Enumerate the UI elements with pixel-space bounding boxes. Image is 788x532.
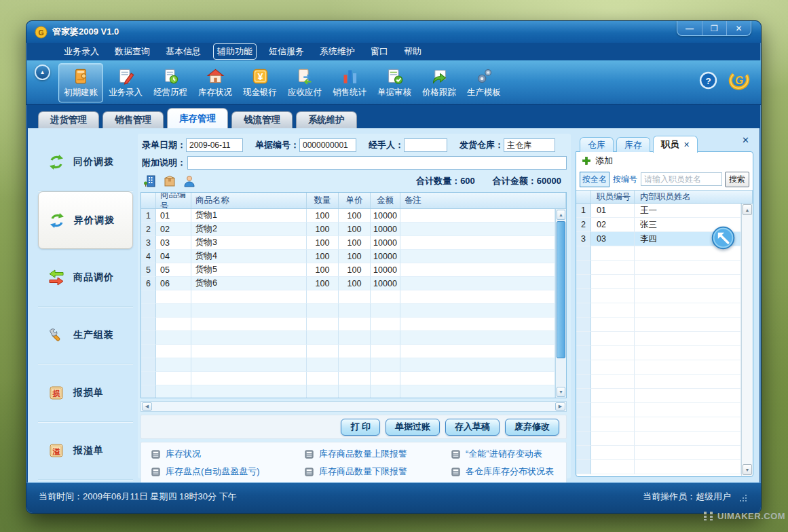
sidebar-item[interactable]: 损报损单 (38, 364, 133, 422)
table-row[interactable]: 505货物510010010000 (141, 263, 555, 277)
carton-icon[interactable] (163, 174, 176, 188)
date-input[interactable] (186, 138, 243, 152)
menu-item[interactable]: 业务录入 (60, 44, 102, 59)
table-row[interactable] (141, 331, 555, 345)
staff-row[interactable] (576, 346, 741, 360)
close-button[interactable]: ✕ (726, 21, 751, 35)
scroll-up-button[interactable]: ▲ (557, 210, 565, 220)
staff-row[interactable] (576, 261, 741, 275)
staff-row[interactable] (576, 318, 741, 332)
sidebar-item[interactable]: 生产组装 (38, 307, 133, 364)
staff-row[interactable] (576, 446, 741, 460)
print-button[interactable]: 打 印 (341, 419, 380, 436)
discard-changes-button[interactable]: 废弃修改 (505, 419, 559, 436)
staff-row[interactable]: 101王一 (576, 204, 741, 218)
add-row[interactable]: 添加 (576, 152, 753, 170)
module-tab[interactable]: 进货管理 (38, 111, 99, 128)
handler-input[interactable] (404, 138, 447, 152)
table-row[interactable] (141, 345, 555, 358)
scroll-down-button[interactable]: ▼ (557, 387, 565, 397)
menu-item[interactable]: 窗口 (367, 44, 392, 59)
sidebar-item[interactable]: 同价调拨 (38, 134, 133, 191)
person-icon[interactable] (183, 174, 196, 188)
toolbar-item[interactable]: 销售统计 (327, 63, 372, 102)
table-row[interactable]: 606货物610010010000 (141, 277, 555, 290)
help-icon[interactable]: ? (699, 71, 717, 90)
staff-vertical-scrollbar[interactable]: ▲ ▼ (741, 204, 753, 476)
report-link[interactable]: 库存商品数量下限报警 (304, 466, 451, 478)
toolbar-item[interactable]: ¥现金银行 (238, 63, 282, 102)
toolbar-item[interactable]: 价格跟踪 (417, 63, 462, 102)
scroll-right-button[interactable]: ▶ (555, 402, 565, 411)
scroll-down-button[interactable]: ▼ (743, 464, 752, 475)
search-button[interactable]: 搜索 (725, 172, 749, 187)
minimize-button[interactable]: — (677, 21, 702, 35)
staff-row[interactable] (576, 432, 741, 446)
toolbar-item[interactable]: 生产模板 (462, 63, 506, 102)
staff-row[interactable] (576, 275, 741, 289)
sidebar-item[interactable]: 异价调拨 (38, 191, 133, 249)
table-row[interactable] (141, 358, 555, 372)
staff-search-input[interactable] (641, 172, 722, 186)
menu-item[interactable]: 系统维护 (316, 44, 358, 59)
table-row[interactable] (141, 318, 555, 331)
staff-row[interactable] (576, 417, 741, 432)
report-link[interactable]: 库存商品数量上限报警 (304, 448, 451, 460)
maximize-button[interactable]: ❐ (702, 21, 726, 35)
toolbar-item[interactable]: 单据审核 (372, 63, 417, 102)
module-tab[interactable]: 销售管理 (102, 111, 164, 128)
toolbar-item[interactable]: 应收应付 (282, 63, 327, 102)
staff-row[interactable] (576, 460, 741, 474)
doc-no-input[interactable] (299, 138, 356, 152)
menu-item[interactable]: 数据查询 (111, 44, 153, 59)
sidebar-item[interactable]: 商品调价 (38, 249, 133, 307)
toolbar-item[interactable]: 初期建账 (58, 63, 103, 102)
save-draft-button[interactable]: 存入草稿 (445, 419, 500, 436)
menu-item[interactable]: 基本信息 (162, 44, 204, 59)
module-tab[interactable]: 系统维护 (296, 111, 357, 128)
table-row[interactable] (141, 372, 555, 385)
building-icon[interactable] (143, 174, 157, 188)
warehouse-input[interactable] (504, 138, 555, 152)
panel-tab[interactable]: 库存 (616, 137, 650, 152)
staff-row[interactable] (576, 360, 741, 375)
post-doc-button[interactable]: 单据过账 (386, 419, 440, 436)
menu-item[interactable]: 帮助 (400, 44, 425, 59)
report-link[interactable]: “全能”进销存变动表 (451, 448, 566, 460)
staff-row[interactable] (576, 375, 741, 389)
note-input[interactable] (187, 156, 567, 170)
staff-row[interactable] (576, 403, 741, 417)
tab-close-icon[interactable]: ✕ (683, 140, 690, 149)
table-row[interactable] (141, 304, 555, 318)
scroll-up-button[interactable]: ▲ (743, 204, 752, 215)
table-row[interactable]: 101货物110010010000 (141, 209, 555, 223)
report-link[interactable]: 各仓库库存分布状况表 (451, 466, 566, 478)
table-row[interactable] (141, 290, 555, 304)
table-row[interactable]: 202货物210010010000 (141, 223, 555, 236)
panel-tab[interactable]: 职员✕ (653, 136, 698, 153)
menu-item[interactable]: 辅助功能 (213, 43, 257, 60)
search-by-code-toggle[interactable]: 按编号 (612, 172, 638, 187)
staff-row[interactable] (576, 332, 741, 346)
module-tab[interactable]: 库存管理 (167, 108, 228, 128)
table-row[interactable] (141, 385, 555, 398)
panel-tab[interactable]: 仓库 (580, 137, 614, 152)
staff-row[interactable] (576, 289, 741, 303)
table-row[interactable]: 404货物410010010000 (141, 250, 555, 263)
toolbar-item[interactable]: 业务录入 (103, 63, 148, 102)
menu-item[interactable]: 短信服务 (265, 44, 307, 59)
sidebar-item[interactable]: 溢报溢单 (38, 422, 133, 480)
collapse-toolbar-button[interactable]: ▲ (35, 64, 50, 80)
toolbar-item[interactable]: 库存状况 (193, 63, 238, 102)
scroll-left-button[interactable]: ◀ (142, 402, 152, 411)
panel-close-icon[interactable]: ✕ (742, 135, 749, 145)
staff-row[interactable] (576, 303, 741, 318)
staff-row[interactable] (576, 389, 741, 403)
toolbar-item[interactable]: 经营历程 (148, 63, 193, 102)
report-link[interactable]: 库存盘点(自动盘盈盘亏) (151, 466, 304, 478)
vertical-scrollbar[interactable]: ▲ ▼ (555, 209, 566, 398)
module-tab[interactable]: 钱流管理 (231, 111, 293, 128)
search-by-name-toggle[interactable]: 按全名 (580, 172, 609, 187)
resize-grip-icon[interactable] (739, 493, 747, 501)
horizontal-scrollbar[interactable]: ◀ ▶ (140, 401, 567, 412)
